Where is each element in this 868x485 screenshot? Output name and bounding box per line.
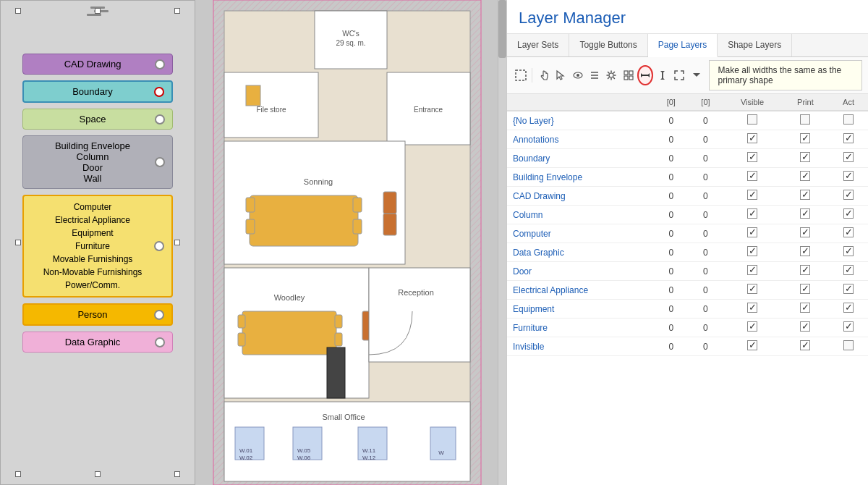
- print-checkbox[interactable]: [800, 171, 810, 181]
- layer-visible-cell[interactable]: [723, 243, 781, 262]
- print-checkbox[interactable]: [800, 321, 810, 332]
- table-row[interactable]: CAD Drawing00: [507, 187, 868, 206]
- print-checkbox[interactable]: [800, 227, 810, 237]
- layer-visible-cell[interactable]: [723, 149, 781, 168]
- visible-checkbox[interactable]: [747, 208, 757, 219]
- list-tool-button[interactable]: [587, 65, 602, 85]
- table-row[interactable]: {No Layer}00: [507, 111, 868, 130]
- layer-print-cell[interactable]: [782, 300, 829, 319]
- table-row[interactable]: Boundary00: [507, 149, 868, 168]
- layer-print-cell[interactable]: [782, 111, 829, 130]
- table-row[interactable]: Furniture00: [507, 319, 868, 337]
- handle-bm[interactable]: [95, 471, 101, 477]
- layer-active-cell[interactable]: [829, 168, 868, 187]
- layer-name-cell[interactable]: Electrical Appliance: [507, 281, 654, 300]
- layer-name-cell[interactable]: Column: [507, 206, 654, 224]
- layer-name-cell[interactable]: {No Layer}: [507, 111, 654, 130]
- layer-print-cell[interactable]: [782, 206, 829, 224]
- active-checkbox[interactable]: [843, 246, 854, 256]
- layer-active-cell[interactable]: [829, 149, 868, 168]
- layer-active-cell[interactable]: [829, 337, 868, 356]
- layer-active-cell[interactable]: [829, 206, 868, 224]
- layer-name-cell[interactable]: Annotations: [507, 130, 654, 149]
- table-row[interactable]: Annotations00: [507, 130, 868, 149]
- print-checkbox[interactable]: [800, 265, 810, 275]
- layer-visible-cell[interactable]: [723, 262, 781, 281]
- print-checkbox[interactable]: [800, 208, 810, 219]
- layer-name-cell[interactable]: Building Envelope: [507, 168, 654, 187]
- layer-print-cell[interactable]: [782, 243, 829, 262]
- layer-visible-cell[interactable]: [723, 187, 781, 206]
- visible-checkbox[interactable]: [747, 340, 757, 350]
- active-checkbox[interactable]: [843, 152, 854, 162]
- table-row[interactable]: Equipment00: [507, 300, 868, 319]
- visible-checkbox[interactable]: [747, 321, 757, 332]
- layer-building-envelope[interactable]: Building Envelope Column Door Wall: [22, 135, 173, 189]
- layer-print-cell[interactable]: [782, 262, 829, 281]
- more-button[interactable]: [689, 65, 704, 85]
- tab-shape-layers[interactable]: Shape Layers: [718, 34, 792, 56]
- active-checkbox[interactable]: [843, 171, 854, 181]
- layer-print-cell[interactable]: [782, 130, 829, 149]
- layer-name-cell[interactable]: Equipment: [507, 300, 654, 319]
- print-checkbox[interactable]: [800, 133, 810, 143]
- layer-active-cell[interactable]: [829, 130, 868, 149]
- active-checkbox[interactable]: [843, 190, 854, 200]
- active-checkbox[interactable]: [843, 321, 854, 332]
- pointer-tool-button[interactable]: [553, 65, 569, 85]
- visible-checkbox[interactable]: [747, 114, 757, 125]
- layer-active-cell[interactable]: [829, 319, 868, 337]
- layer-space[interactable]: Space: [22, 109, 173, 130]
- layer-active-cell[interactable]: [829, 281, 868, 300]
- table-row[interactable]: Column00: [507, 206, 868, 224]
- layer-visible-cell[interactable]: [723, 281, 781, 300]
- layer-name-cell[interactable]: Data Graphic: [507, 243, 654, 262]
- print-checkbox[interactable]: [800, 114, 810, 125]
- print-checkbox[interactable]: [800, 284, 810, 294]
- table-row[interactable]: Computer00: [507, 224, 868, 243]
- layer-print-cell[interactable]: [782, 168, 829, 187]
- visible-checkbox[interactable]: [747, 246, 757, 256]
- layer-print-cell[interactable]: [782, 187, 829, 206]
- layer-print-cell[interactable]: [782, 337, 829, 356]
- table-row[interactable]: Electrical Appliance00: [507, 281, 868, 300]
- table-row[interactable]: Invisible00: [507, 337, 868, 356]
- layer-name-cell[interactable]: Furniture: [507, 319, 654, 337]
- layer-data-graphic[interactable]: Data Graphic: [22, 332, 173, 353]
- visible-checkbox[interactable]: [747, 190, 757, 200]
- active-checkbox[interactable]: [843, 227, 854, 237]
- active-checkbox[interactable]: [843, 303, 854, 313]
- layer-print-cell[interactable]: [782, 319, 829, 337]
- expand-button[interactable]: [672, 65, 687, 85]
- print-checkbox[interactable]: [800, 246, 810, 256]
- visible-checkbox[interactable]: [747, 284, 757, 294]
- visible-checkbox[interactable]: [747, 303, 757, 313]
- visible-checkbox[interactable]: [747, 152, 757, 162]
- canvas-scrollbar[interactable]: [498, 0, 506, 485]
- layer-active-cell[interactable]: [829, 224, 868, 243]
- hand-tool-button[interactable]: [536, 65, 551, 85]
- layer-visible-cell[interactable]: [723, 337, 781, 356]
- tab-toggle-buttons[interactable]: Toggle Buttons: [569, 34, 647, 56]
- match-width-button[interactable]: [637, 65, 653, 85]
- grid-tool-button[interactable]: [621, 65, 636, 85]
- layer-name-cell[interactable]: Invisible: [507, 337, 654, 356]
- layer-furniture-group[interactable]: Computer Electrical Appliance Equipment …: [22, 195, 173, 298]
- layer-name-cell[interactable]: Door: [507, 262, 654, 281]
- layer-name-cell[interactable]: CAD Drawing: [507, 187, 654, 206]
- select-tool-button[interactable]: [513, 65, 528, 85]
- layer-cad-drawing[interactable]: CAD Drawing: [22, 54, 173, 75]
- table-row[interactable]: Building Envelope00: [507, 168, 868, 187]
- visible-checkbox[interactable]: [747, 265, 757, 275]
- visible-checkbox[interactable]: [747, 227, 757, 237]
- active-checkbox[interactable]: [843, 284, 854, 294]
- layer-table-container[interactable]: [0] [0] Visible Print Act {No Layer}00An…: [507, 94, 868, 485]
- settings-tool-button[interactable]: [604, 65, 619, 85]
- layer-name-cell[interactable]: Boundary: [507, 149, 654, 168]
- active-checkbox[interactable]: [843, 114, 854, 125]
- visible-checkbox[interactable]: [747, 133, 757, 143]
- layer-visible-cell[interactable]: [723, 206, 781, 224]
- print-checkbox[interactable]: [800, 340, 810, 350]
- print-checkbox[interactable]: [800, 190, 810, 200]
- handle-br[interactable]: [174, 471, 180, 477]
